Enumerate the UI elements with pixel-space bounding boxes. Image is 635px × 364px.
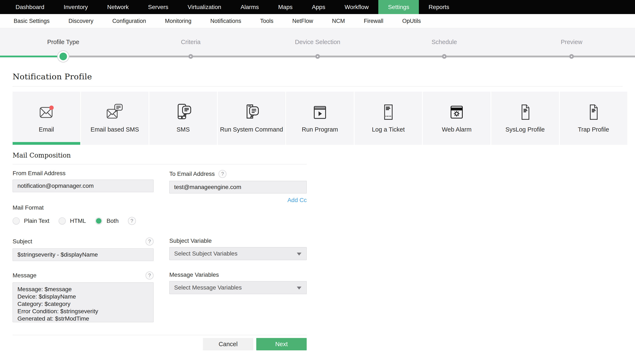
subnav-basic-settings[interactable]: Basic Settings: [4, 14, 59, 28]
sms-icon: [173, 101, 193, 124]
settings-sub-navigation: Basic Settings Discovery Configuration M…: [0, 14, 635, 28]
step-dot-schedule[interactable]: [442, 54, 447, 59]
subnav-tools[interactable]: Tools: [251, 14, 283, 28]
log-a-ticket-icon: [378, 101, 398, 124]
radio-html-label[interactable]: HTML: [70, 218, 86, 224]
to-email-field[interactable]: [169, 181, 307, 194]
trap-profile-icon: [583, 101, 603, 124]
subject-label: Subject: [13, 238, 32, 245]
nav-maps[interactable]: Maps: [269, 0, 302, 14]
tile-email-based-sms[interactable]: Email based SMS: [81, 92, 149, 145]
profile-type-tiles: Email Email based SMS: [13, 92, 627, 145]
message-variables-select-value: Select Message Variables: [174, 284, 242, 291]
tile-label: Run System Command: [220, 126, 283, 133]
message-variables-group: Message Variables Select Message Variabl…: [169, 266, 307, 323]
tile-log-a-ticket[interactable]: Log a Ticket: [355, 92, 422, 145]
mail-format-group: Mail Format: [13, 204, 307, 211]
step-label-schedule: Schedule: [432, 38, 457, 46]
radio-html[interactable]: [59, 217, 66, 224]
from-email-field[interactable]: [13, 180, 153, 192]
subject-variable-select-value: Select Subject Variables: [174, 250, 237, 257]
nav-servers[interactable]: Servers: [138, 0, 178, 14]
nav-apps[interactable]: Apps: [302, 0, 335, 14]
top-navigation: Dashboard Inventory Network Servers Virt…: [0, 0, 635, 14]
subnav-oputils[interactable]: OpUtils: [393, 14, 431, 28]
nav-workflow[interactable]: Workflow: [335, 0, 378, 14]
email-based-sms-icon: [105, 101, 125, 124]
step-dot-preview[interactable]: [569, 54, 574, 59]
subnav-ncm[interactable]: NCM: [322, 14, 354, 28]
buttons-divider: [13, 335, 307, 335]
run-program-icon: [310, 101, 330, 124]
subnav-discovery[interactable]: Discovery: [59, 14, 103, 28]
chevron-down-icon: [297, 286, 301, 290]
subnav-netflow[interactable]: NetFlow: [283, 14, 322, 28]
nav-virtualization[interactable]: Virtualization: [178, 0, 231, 14]
radio-both-label[interactable]: Both: [106, 218, 119, 224]
subnav-notifications[interactable]: Notifications: [201, 14, 251, 28]
nav-inventory[interactable]: Inventory: [54, 0, 97, 14]
next-button[interactable]: Next: [256, 338, 307, 350]
tile-label: SMS: [176, 126, 190, 133]
radio-plain-text[interactable]: [13, 217, 20, 224]
tile-label: Email: [39, 126, 54, 133]
nav-alarms[interactable]: Alarms: [231, 0, 269, 14]
wizard-stepper: Profile Type Criteria Device Selection S…: [0, 28, 635, 58]
mail-composition-form: From Email Address To Email Address ? Ad…: [13, 164, 307, 350]
tile-run-system-command[interactable]: Run System Command: [218, 92, 286, 145]
subject-variable-select[interactable]: Select Subject Variables: [169, 247, 307, 260]
message-label: Message: [13, 272, 37, 279]
step-label-profile-type: Profile Type: [47, 38, 79, 46]
nav-network[interactable]: Network: [97, 0, 138, 14]
web-alarm-icon: [447, 101, 467, 124]
tile-label: Run Program: [302, 126, 338, 133]
tile-label: Web Alarm: [442, 126, 472, 133]
to-email-label: To Email Address: [169, 170, 215, 177]
chevron-down-icon: [297, 252, 301, 256]
tile-label: Email based SMS: [91, 126, 139, 133]
message-variables-label: Message Variables: [169, 272, 219, 278]
tile-sms[interactable]: SMS: [149, 92, 217, 145]
radio-both[interactable]: [95, 217, 102, 224]
tile-email[interactable]: Email: [13, 92, 80, 145]
email-icon: [36, 101, 57, 124]
subnav-firewall[interactable]: Firewall: [354, 14, 393, 28]
subject-group: Subject ?: [13, 232, 153, 261]
to-email-help-icon[interactable]: ?: [219, 170, 227, 178]
step-label-criteria: Criteria: [181, 38, 200, 46]
tile-label: SysLog Profile: [505, 126, 545, 133]
notification-profile-page: Notification Profile Email: [0, 72, 635, 350]
mail-composition-title: Mail Composition: [13, 152, 622, 159]
tile-trap-profile[interactable]: Trap Profile: [560, 92, 627, 145]
message-field[interactable]: Message: $message Device: $displayName C…: [13, 282, 153, 322]
subject-help-icon[interactable]: ?: [146, 238, 153, 246]
mail-format-options: Plain Text HTML Both ?: [13, 217, 307, 225]
syslog-profile-icon: [515, 101, 535, 124]
run-system-command-icon: [241, 101, 262, 124]
subject-variable-label: Subject Variable: [169, 238, 212, 244]
subject-field[interactable]: [13, 248, 153, 261]
cancel-button[interactable]: Cancel: [203, 338, 253, 350]
step-dot-criteria[interactable]: [188, 54, 193, 59]
subject-variable-group: Subject Variable Select Subject Variable…: [169, 232, 307, 261]
tile-syslog-profile[interactable]: SysLog Profile: [491, 92, 559, 145]
page-title: Notification Profile: [13, 72, 622, 81]
subnav-configuration[interactable]: Configuration: [103, 14, 156, 28]
mail-format-help-icon[interactable]: ?: [128, 217, 136, 225]
to-email-group: To Email Address ? Add Cc: [169, 164, 307, 204]
message-help-icon[interactable]: ?: [146, 272, 153, 280]
step-dot-profile-type[interactable]: [60, 53, 67, 60]
subnav-monitoring[interactable]: Monitoring: [155, 14, 201, 28]
step-dot-device-selection[interactable]: [315, 54, 320, 59]
tile-web-alarm[interactable]: Web Alarm: [423, 92, 491, 145]
nav-reports[interactable]: Reports: [419, 0, 459, 14]
tile-run-program[interactable]: Run Program: [286, 92, 354, 145]
nav-dashboard[interactable]: Dashboard: [6, 0, 54, 14]
add-cc-link[interactable]: Add Cc: [287, 197, 307, 203]
step-label-preview: Preview: [561, 38, 582, 46]
message-variables-select[interactable]: Select Message Variables: [169, 281, 307, 294]
nav-settings[interactable]: Settings: [378, 0, 419, 14]
radio-plain-text-label[interactable]: Plain Text: [24, 218, 49, 224]
tile-selected-underline: [13, 142, 80, 145]
stepper-progress: [0, 56, 63, 57]
